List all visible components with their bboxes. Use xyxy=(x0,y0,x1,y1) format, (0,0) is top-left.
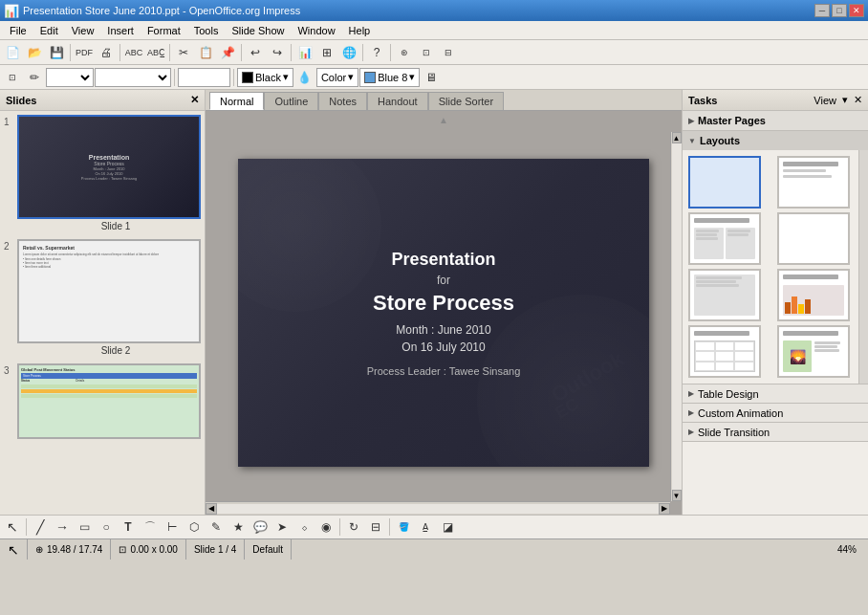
slide-transition-section[interactable]: ▶ Slide Transition xyxy=(683,423,868,442)
line-tool[interactable]: ╱ xyxy=(30,516,51,538)
layout-item-3[interactable] xyxy=(688,212,761,265)
vertical-scrollbar[interactable]: ▲ ▼ xyxy=(670,132,682,501)
arrow-tool[interactable]: → xyxy=(52,516,73,538)
pdf-button[interactable]: PDF xyxy=(74,42,95,63)
layout-item-1[interactable] xyxy=(688,156,761,209)
copy-button[interactable]: 📋 xyxy=(195,42,216,63)
slide-thumb-1[interactable]: Presentation Store Process Month : June … xyxy=(17,115,201,219)
help-button[interactable]: ? xyxy=(366,42,387,63)
tab-handout[interactable]: Handout xyxy=(367,92,428,110)
tb2-dropper[interactable]: 💧 xyxy=(294,67,315,88)
maximize-button[interactable]: □ xyxy=(832,4,847,17)
scroll-right-button[interactable]: ▶ xyxy=(659,503,670,515)
ellipse-tool[interactable]: ○ xyxy=(96,516,117,538)
cut-button[interactable]: ✂ xyxy=(173,42,194,63)
tb2-monitor[interactable]: 🖥 xyxy=(421,67,442,88)
fill-color-picker[interactable]: Color ▾ xyxy=(316,68,358,87)
menu-file[interactable]: File xyxy=(4,23,33,38)
fill-color-btn[interactable]: 🪣 xyxy=(393,516,414,538)
text-tool[interactable]: T xyxy=(118,516,139,538)
tb2-btn2[interactable]: ✏ xyxy=(24,67,45,88)
layout-item-5[interactable] xyxy=(688,269,761,321)
shadow-btn[interactable]: ◪ xyxy=(437,516,458,538)
slide-item-2[interactable]: 2 Retail vs. Supermarket Lorem ipsum dol… xyxy=(4,239,201,356)
layout-item-2[interactable] xyxy=(777,156,850,209)
align-tool[interactable]: ⊟ xyxy=(365,516,386,538)
open-button[interactable]: 📂 xyxy=(24,42,45,63)
layouts-header[interactable]: ▼ Layouts xyxy=(683,131,868,150)
spellcheck-button[interactable]: ABC xyxy=(123,42,144,63)
line-color-dropdown-icon[interactable]: ▾ xyxy=(283,71,289,83)
line-style-select[interactable] xyxy=(46,68,94,87)
undo-button[interactable]: ↩ xyxy=(245,42,266,63)
menu-format[interactable]: Format xyxy=(141,23,186,38)
redo-button[interactable]: ↪ xyxy=(267,42,288,63)
layouts-scrollbar[interactable] xyxy=(858,150,868,384)
menu-tools[interactable]: Tools xyxy=(188,23,225,38)
save-button[interactable]: 💾 xyxy=(46,42,67,63)
tasks-close-icon[interactable]: ✕ xyxy=(854,94,862,106)
zoom-segment[interactable]: 44% xyxy=(830,539,864,560)
font-color-btn[interactable]: A̲ xyxy=(415,516,436,538)
chart-button[interactable]: 📊 xyxy=(294,42,315,63)
tb2-btn1[interactable]: ⊡ xyxy=(2,67,23,88)
star-tool[interactable]: ★ xyxy=(228,516,249,538)
callout-tool[interactable]: 💬 xyxy=(250,516,271,538)
menu-insert[interactable]: Insert xyxy=(101,23,140,38)
rect-tool[interactable]: ▭ xyxy=(74,516,95,538)
fill-dropdown-icon[interactable]: ▾ xyxy=(348,71,354,83)
paste-button[interactable]: 📌 xyxy=(217,42,238,63)
slide-item-3[interactable]: 3 Global Post Movement Status Store Proc… xyxy=(4,363,201,441)
slide-thumb-3[interactable]: Global Post Movement Status Store Proces… xyxy=(17,363,201,439)
scroll-left-button[interactable]: ◀ xyxy=(206,503,217,515)
slide-thumb-2[interactable]: Retail vs. Supermarket Lorem ipsum dolor… xyxy=(17,239,201,343)
layout-item-8[interactable]: 🌄 xyxy=(777,325,850,378)
menu-help[interactable]: Help xyxy=(343,23,377,38)
scroll-down-button[interactable]: ▼ xyxy=(672,490,682,501)
line-color2-dropdown-icon[interactable]: ▾ xyxy=(409,71,415,83)
horizontal-scrollbar[interactable]: ◀ ▶ xyxy=(206,501,670,515)
table-button[interactable]: ⊞ xyxy=(316,42,337,63)
tasks-view-label[interactable]: View xyxy=(814,95,836,106)
menu-window[interactable]: Window xyxy=(292,23,340,38)
layout-item-7[interactable] xyxy=(688,325,761,378)
flowchart-tool[interactable]: ⬦ xyxy=(293,516,315,538)
tab-notes[interactable]: Notes xyxy=(318,92,367,110)
measurement-input[interactable]: 0.00cm xyxy=(178,68,230,87)
custom-animation-section[interactable]: ▶ Custom Animation xyxy=(683,404,868,423)
sidebar-button[interactable]: ⊡ xyxy=(416,42,437,63)
connector-tool[interactable]: ⊢ xyxy=(162,516,183,538)
layout-item-6[interactable] xyxy=(777,269,850,321)
close-button[interactable]: ✕ xyxy=(849,4,864,17)
slide-item-1[interactable]: 1 Presentation Store Process Month : Jun… xyxy=(4,115,201,231)
menu-slideshow[interactable]: Slide Show xyxy=(226,23,290,38)
polygon-tool[interactable]: ⬡ xyxy=(184,516,205,538)
spellcheck2-button[interactable]: ABC̲ xyxy=(145,42,166,63)
layout-item-4[interactable] xyxy=(777,212,850,265)
menu-view[interactable]: View xyxy=(66,23,100,38)
3d-tool[interactable]: ◉ xyxy=(315,516,336,538)
curve-tool[interactable]: ⌒ xyxy=(140,516,161,538)
table-design-section[interactable]: ▶ Table Design xyxy=(683,384,868,404)
tab-normal[interactable]: Normal xyxy=(209,92,264,110)
tab-slide-sorter[interactable]: Slide Sorter xyxy=(428,92,504,110)
print-button[interactable]: 🖨 xyxy=(96,42,117,63)
tab-outline[interactable]: Outline xyxy=(264,92,318,110)
slide-canvas[interactable]: Presentation for Store Process Month : J… xyxy=(238,159,649,467)
tasks-view-arrow[interactable]: ▾ xyxy=(842,94,848,106)
line-color2-picker[interactable]: Blue 8 ▾ xyxy=(359,68,420,87)
menu-edit[interactable]: Edit xyxy=(34,23,64,38)
block-arrow-tool[interactable]: ➤ xyxy=(271,516,293,538)
slides-close-icon[interactable]: ✕ xyxy=(190,94,199,106)
line-color-picker[interactable]: Black ▾ xyxy=(237,68,293,87)
rotate-tool[interactable]: ↻ xyxy=(343,516,364,538)
new-button[interactable]: 📄 xyxy=(2,42,23,63)
minimize-button[interactable]: ─ xyxy=(814,4,830,17)
select-tool[interactable]: ↖ xyxy=(2,516,23,538)
navigator-button[interactable]: ⊛ xyxy=(394,42,415,63)
insert-button[interactable]: 🌐 xyxy=(338,42,359,63)
gallery-button[interactable]: ⊟ xyxy=(438,42,459,63)
scroll-up-button[interactable]: ▲ xyxy=(672,132,682,143)
font-select[interactable] xyxy=(95,68,171,87)
freeform-tool[interactable]: ✎ xyxy=(206,516,227,538)
